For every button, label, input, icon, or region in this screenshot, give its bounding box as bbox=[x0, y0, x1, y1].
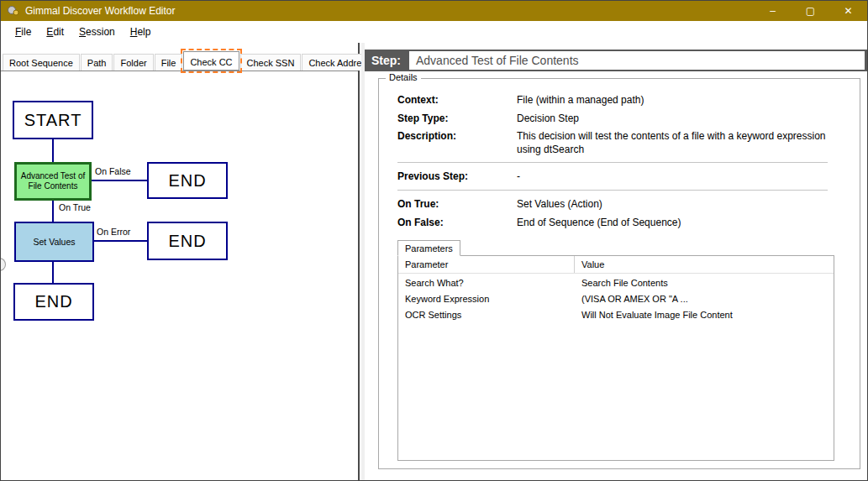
edge-label-on-true: On True bbox=[59, 202, 91, 212]
edge-label-on-false: On False bbox=[95, 166, 131, 176]
window-title: Gimmal Discover Workflow Editor bbox=[25, 5, 754, 17]
cell-value: Search File Contents bbox=[575, 278, 834, 288]
separator bbox=[397, 162, 828, 163]
node-end-on-false[interactable]: END bbox=[147, 162, 228, 199]
cell-parameter: OCR Settings bbox=[398, 310, 575, 320]
tab-root-sequence[interactable]: Root Sequence bbox=[3, 54, 80, 71]
close-icon[interactable]: ✕ bbox=[829, 1, 867, 21]
field-on-false-label: On False: bbox=[397, 217, 517, 230]
field-description-label: Description: bbox=[397, 130, 517, 156]
field-description-value: This decision will test the contents of … bbox=[517, 130, 851, 156]
menu-edit[interactable]: Edit bbox=[39, 23, 71, 41]
details-groupbox: Details Context: File (within a managed … bbox=[378, 78, 860, 469]
field-on-true: On True: Set Values (Action) bbox=[397, 198, 851, 212]
workflow-canvas[interactable]: On False On True On Error START Advanced… bbox=[1, 71, 358, 472]
separator bbox=[397, 190, 828, 191]
tab-check-cc[interactable]: Check CC bbox=[183, 51, 239, 71]
edge-action-to-end bbox=[52, 262, 54, 283]
cell-value: (VISA OR AMEX OR "A ... bbox=[575, 294, 834, 304]
sequence-tabstrip: Root Sequence Path Folder File Check CC … bbox=[1, 51, 358, 71]
cell-value: Will Not Evaluate Image File Content bbox=[575, 310, 834, 320]
node-action-set-values[interactable]: Set Values bbox=[14, 222, 94, 262]
app-window: Gimmal Discover Workflow Editor – ▢ ✕ Fi… bbox=[0, 0, 868, 481]
field-context-value: File (within a managed path) bbox=[517, 94, 851, 107]
maximize-icon[interactable]: ▢ bbox=[792, 1, 829, 21]
field-context: Context: File (within a managed path) bbox=[397, 94, 851, 107]
node-end-on-error[interactable]: END bbox=[147, 222, 228, 260]
field-previous-step-value: - bbox=[517, 170, 851, 184]
parameters-table[interactable]: Parameter Value Search What? Search File… bbox=[397, 255, 834, 461]
field-step-type: Step Type: Decision Step bbox=[397, 112, 851, 126]
details-pane: Step: Advanced Test of File Contents Det… bbox=[365, 43, 867, 480]
step-header: Step: Advanced Test of File Contents bbox=[365, 50, 867, 71]
field-previous-step: Previous Step: - bbox=[397, 170, 851, 184]
node-end-final[interactable]: END bbox=[13, 283, 94, 321]
minimize-icon[interactable]: – bbox=[754, 1, 792, 21]
tab-check-ssn[interactable]: Check SSN bbox=[240, 54, 302, 71]
edge-decision-to-action bbox=[52, 201, 54, 222]
menu-bar: File Edit Session Help bbox=[1, 21, 867, 43]
node-start[interactable]: START bbox=[13, 101, 93, 139]
parameters-section: Parameters Parameter Value Search What? … bbox=[397, 239, 851, 461]
cell-parameter: Keyword Expression bbox=[398, 294, 575, 304]
menu-session[interactable]: Session bbox=[71, 23, 123, 41]
table-row[interactable]: Search What? Search File Contents bbox=[398, 276, 834, 290]
details-fields: Context: File (within a managed path) St… bbox=[379, 79, 860, 461]
field-on-false-value: End of Sequence (End of Sequence) bbox=[517, 217, 851, 230]
field-step-type-label: Step Type: bbox=[397, 112, 517, 126]
column-parameter[interactable]: Parameter bbox=[398, 256, 575, 273]
title-bar: Gimmal Discover Workflow Editor – ▢ ✕ bbox=[1, 1, 867, 21]
column-value[interactable]: Value bbox=[575, 259, 834, 269]
step-label: Step: bbox=[371, 54, 401, 67]
edge-start-to-decision bbox=[52, 139, 54, 162]
field-context-label: Context: bbox=[397, 94, 517, 107]
details-group-label: Details bbox=[386, 72, 421, 82]
field-on-false: On False: End of Sequence (End of Sequen… bbox=[397, 217, 851, 230]
workflow-pane: Root Sequence Path Folder File Check CC … bbox=[1, 43, 360, 480]
table-row[interactable]: OCR Settings Will Not Evaluate Image Fil… bbox=[398, 308, 834, 322]
tab-folder[interactable]: Folder bbox=[113, 54, 153, 71]
field-description: Description: This decision will test the… bbox=[397, 130, 851, 156]
tab-file[interactable]: File bbox=[155, 54, 183, 71]
menu-help[interactable]: Help bbox=[123, 23, 159, 41]
edge-on-false bbox=[92, 180, 147, 181]
node-decision-advanced-test[interactable]: Advanced Test of File Contents bbox=[14, 162, 92, 201]
tab-parameters[interactable]: Parameters bbox=[397, 240, 460, 256]
table-row[interactable]: Keyword Expression (VISA OR AMEX OR "A .… bbox=[398, 292, 834, 306]
field-on-true-value: Set Values (Action) bbox=[517, 198, 851, 212]
cell-parameter: Search What? bbox=[398, 278, 575, 288]
parameters-table-header: Parameter Value bbox=[398, 256, 834, 274]
field-on-true-label: On True: bbox=[397, 198, 517, 212]
edge-on-error bbox=[94, 240, 147, 242]
tab-path[interactable]: Path bbox=[81, 54, 113, 71]
menu-file[interactable]: File bbox=[8, 23, 39, 41]
app-icon[interactable] bbox=[7, 4, 20, 18]
field-previous-step-label: Previous Step: bbox=[397, 170, 517, 184]
splitter-handle[interactable] bbox=[0, 258, 6, 271]
step-title: Advanced Test of File Contents bbox=[409, 51, 865, 70]
edge-label-on-error: On Error bbox=[97, 227, 130, 237]
field-step-type-value: Decision Step bbox=[517, 112, 851, 126]
